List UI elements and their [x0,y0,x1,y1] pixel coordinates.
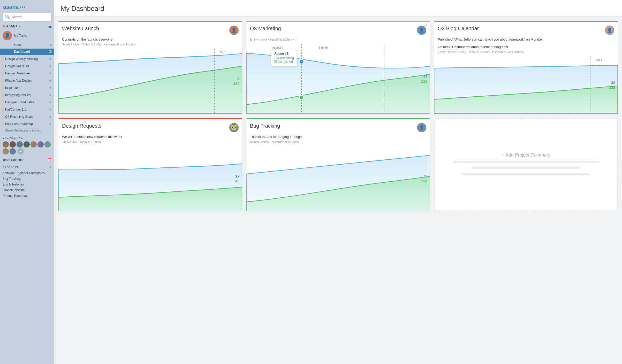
team-avatar-1 [3,141,9,148]
team-avatar-7 [44,141,51,148]
color-bar [3,107,4,112]
nav-label: Design Weekly Meeting [5,57,47,61]
remaining-count: 30 [611,80,615,85]
sidebar-item-q3-recruiting-goals[interactable]: Q3 Recruiting Goals ★ [0,113,54,120]
nav-items: Design Weekly Meeting ★ Design Goals Q3 … [0,55,54,128]
team-calendar-label: Team Calendar [3,158,46,162]
sidebar-item-design-goals-q3[interactable]: Design Goals Q3 ★ [0,63,54,70]
card-title: Bug Tracking [250,123,415,129]
completed-count: 298 [233,81,240,86]
card-meta: Sarah Rudder • Today at 1:49pm • ♥ Kasey… [58,42,242,49]
search-bar[interactable]: 🔍 ▾ [3,13,52,21]
nav-label: Kat/Connor 1:1 [5,108,47,111]
card-title: Q3 Marketing [250,26,415,32]
asana-text: asana [3,4,19,10]
calendar-icon: 📅 [48,158,52,162]
sidebar-item-kat-connor[interactable]: Kat/Connor 1:1 ★ [0,106,54,113]
show-recents-link[interactable]: Show Recents and more... [0,128,54,134]
card-meta: Jim Renaud • Today at 1:59pm [58,140,242,146]
main-header: My Dashboard [54,0,622,17]
team-calendar-row[interactable]: Team Calendar 📅 [0,157,54,163]
chart-labels: 47 118 [421,74,427,83]
sidebar-item-inspiration[interactable]: Inspiration ★ [0,84,54,91]
sidebar-item-blog-post-roadmap[interactable]: Blog Post Roadmap ★ [0,120,54,128]
placeholder-bar-1 [453,161,599,163]
avatar: 🐱 [229,123,239,132]
heart-icon: ♥ [106,43,108,46]
projects-title: PROJECTS [3,166,50,169]
asana-dot-2 [22,6,23,8]
remaining-count: 17 [235,174,240,178]
inbox-row[interactable]: Inbox ≡ [0,42,54,48]
project-bug-tracking[interactable]: Bug Tracking [0,176,54,182]
card-message-2: On deck: Dashboards announcement blog po… [434,44,618,50]
completed-count: 40 [235,179,240,183]
team-avatar-8 [3,148,9,154]
asana-logo: asana [3,4,25,10]
list-icon[interactable]: ☰ [48,24,52,28]
sidebar-item-designer-candidates[interactable]: Designer Candidates ★ [0,99,54,106]
avatar: 👤 [229,26,239,35]
chart-date: Oct 1 [596,58,602,61]
card-message: We will prioritize new requests this wee… [58,134,242,140]
chart-area: Oct 1 [434,56,618,114]
color-bar [3,71,4,76]
project-software-engineer[interactable]: Software Engineer Candidates [0,170,54,176]
page-title: My Dashboard [60,5,616,13]
color-bar [3,64,4,68]
nav-label: Blog Post Roadmap [5,122,47,126]
chart-date: Oct 1 [220,51,226,54]
star-icon[interactable]: ★ [49,93,52,97]
workspace-header[interactable]: ASANA ▾ ☰ [0,23,54,29]
star-icon[interactable]: ★ [49,100,52,104]
search-input[interactable] [12,15,54,19]
add-project-icon[interactable]: + [50,165,52,169]
team-avatar-5 [31,141,37,148]
chart-labels: 30 235 [609,80,615,90]
team-avatar-3 [17,141,23,148]
chart-labels: 17 40 [235,174,240,183]
star-icon[interactable]: ★ [49,122,52,126]
star-icon[interactable]: ★ [49,86,52,90]
remaining-count: 75 [423,174,428,178]
asana-dot-1 [20,6,21,8]
sidebar-item-iphone-app-design[interactable]: iPhone App Design ★ [0,77,54,84]
completed-count: 235 [609,85,615,90]
color-bar [3,86,4,90]
sidebar: asana 🔍 ▾ ASANA ▾ ☰ 👤 My Tasks Inbox ≡ D [0,0,54,364]
star-icon[interactable]: ★ [49,79,52,82]
color-bar [3,122,4,126]
engineering-section-header: ENGINEERING [0,134,54,140]
nav-label: Designer Candidates [5,100,47,104]
completed-count: 118 [421,79,427,83]
my-tasks-link[interactable]: My Tasks [14,34,27,37]
color-bar [3,78,4,83]
dashboard-label: Dashboard [14,50,49,53]
card-header: Q3 Blog Calendar 👤 [434,22,618,36]
card-meta: Emily Kramer • Sep 25 at 3:28pm • ♡ [246,36,430,44]
add-member-button[interactable]: + [18,148,24,154]
placeholder-bar-3 [462,173,590,175]
sidebar-item-design-weekly-meeting[interactable]: Design Weekly Meeting ★ [0,55,54,63]
star-icon[interactable]: ★ [49,115,52,119]
close-button[interactable]: ✕ [424,23,427,27]
star-icon[interactable]: ★ [49,57,52,61]
sidebar-item-design-resources[interactable]: Design Resources ★ [0,70,54,77]
dashboard-row[interactable]: Dashboard ☑ [0,49,54,55]
project-eng-milestones[interactable]: Eng Milestones [0,182,54,187]
card-message: Thanks to Alex for triaging 10 bugs! [246,134,430,140]
card-design-requests: Design Requests 🐱 We will prioritize new… [58,118,242,211]
star-icon[interactable]: ★ [49,72,52,75]
star-icon[interactable]: ★ [49,108,52,111]
chart-area: Oct 1 [58,49,242,114]
sidebar-item-interesting-articles[interactable]: Interesting Articles ★ [0,91,54,99]
avatar: 👤 [3,31,12,40]
add-project-card[interactable]: + Add Project Summary [434,118,618,211]
nav-label: Interesting Articles [5,93,47,97]
card-meta: Reigan Combs • Yesterday at 12:23pm [246,140,430,146]
card-title: Design Requests [62,123,227,129]
remaining-count: 6 [237,76,239,81]
project-product-roadmap[interactable]: Product Roadmap [0,193,54,199]
star-icon[interactable]: ★ [49,64,52,68]
project-launch-pipeline[interactable]: Launch Pipeline [0,187,54,193]
